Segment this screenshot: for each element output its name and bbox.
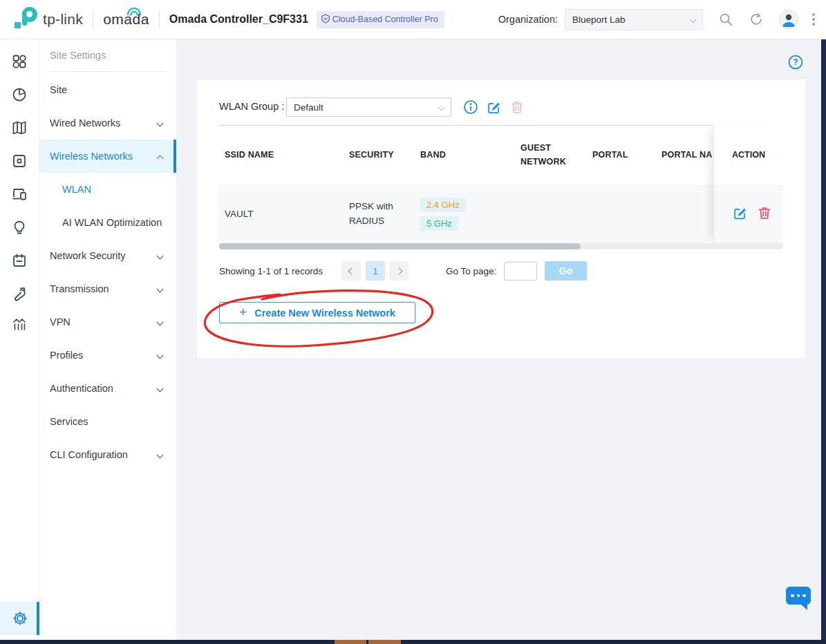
- column-header-guest-network: GUEST NETWORK: [520, 125, 570, 184]
- cell-ssid-name: VAULT: [225, 184, 254, 243]
- dashboard-icon[interactable]: [11, 53, 28, 73]
- wlan-group-select[interactable]: Default: [286, 97, 451, 117]
- brand-wordmark: tp-link: [43, 11, 83, 28]
- column-header-security: SECURITY: [349, 125, 394, 184]
- chevron-down-icon: [157, 352, 164, 359]
- devices-icon[interactable]: [11, 153, 28, 172]
- omada-logo: omada: [103, 11, 149, 28]
- go-button[interactable]: Go: [545, 261, 587, 281]
- sidebar-item-ai-wlan-optimization[interactable]: AI WLAN Optimization: [39, 206, 176, 239]
- bottom-bar-accent-2: [368, 640, 401, 644]
- tools-icon[interactable]: [11, 285, 28, 305]
- svg-text:?: ?: [793, 57, 798, 67]
- cell-band: 2.4 GHz 5 GHz: [420, 184, 466, 243]
- sidebar-divider: [50, 71, 166, 72]
- user-avatar[interactable]: [779, 10, 798, 29]
- reports-icon[interactable]: [11, 316, 28, 335]
- prev-page-button[interactable]: [341, 261, 361, 281]
- app-header: tp-link omada Omada Controller_C9F331 Cl…: [0, 0, 826, 39]
- wifi-arcs-icon: [125, 6, 143, 19]
- column-header-ssid-name: SSID NAME: [225, 125, 274, 184]
- sidebar-item-vpn[interactable]: VPN: [39, 305, 176, 339]
- sidebar-item-wlan[interactable]: WLAN: [39, 173, 176, 206]
- table-row[interactable]: [219, 184, 783, 243]
- sidebar-item-cli-configuration[interactable]: CLI Configuration: [39, 438, 176, 471]
- sidebar-item-site[interactable]: Site: [39, 73, 176, 106]
- goto-page-input[interactable]: [504, 262, 537, 281]
- active-indicator-bar: [173, 140, 176, 173]
- chevron-down-icon: [157, 452, 164, 459]
- license-badge-label: Cloud-Based Controller Pro: [332, 15, 438, 24]
- chevron-down-icon: [690, 16, 697, 23]
- header-divider: [93, 10, 93, 28]
- search-icon[interactable]: [718, 12, 733, 27]
- statistics-icon[interactable]: [11, 86, 28, 106]
- wlan-group-value: Default: [294, 102, 323, 113]
- bottom-bar: [0, 640, 826, 644]
- sidebar-item-wired-networks[interactable]: Wired Networks: [39, 106, 176, 140]
- gear-icon: [11, 609, 29, 627]
- next-page-button[interactable]: [389, 261, 409, 281]
- help-icon[interactable]: ?: [788, 55, 803, 70]
- row-delete-icon[interactable]: [757, 205, 772, 223]
- chevron-down-icon: [157, 386, 164, 392]
- create-button-label: Create New Wireless Network: [254, 307, 395, 319]
- chat-bubble-tail: [800, 603, 807, 610]
- chevron-down-icon: [157, 120, 164, 127]
- sidebar-section-title: Site Settings: [50, 50, 106, 61]
- chevron-down-icon: [157, 319, 164, 326]
- chevron-down-icon: [157, 253, 164, 260]
- wlan-group-edit-icon[interactable]: [486, 100, 501, 117]
- page-number-button[interactable]: 1: [366, 261, 385, 281]
- icon-rail: [0, 39, 39, 644]
- sidebar-item-transmission[interactable]: Transmission: [39, 272, 176, 305]
- sidebar-item-services[interactable]: Services: [39, 405, 176, 438]
- column-header-portal-name: PORTAL NA: [661, 125, 713, 184]
- header-divider: [159, 10, 160, 28]
- sidebar-item-network-security[interactable]: Network Security: [39, 239, 176, 272]
- clients-icon[interactable]: [11, 186, 28, 205]
- chevron-down-icon: [438, 104, 445, 111]
- chevron-up-icon: [157, 155, 164, 162]
- map-icon[interactable]: [11, 120, 28, 139]
- band-badge-5ghz: 5 GHz: [420, 216, 458, 231]
- scrollbar-thumb[interactable]: [219, 243, 581, 249]
- row-edit-icon[interactable]: [732, 205, 747, 223]
- settings-rail-item[interactable]: [0, 602, 39, 635]
- wlan-group-delete-icon-disabled: [509, 100, 525, 117]
- license-badge: Cloud-Based Controller Pro: [317, 11, 444, 28]
- chevron-left-icon: [348, 267, 355, 274]
- more-menu-icon[interactable]: [812, 13, 815, 26]
- goto-page-label: Go To page:: [446, 266, 496, 276]
- horizontal-scrollbar[interactable]: [219, 243, 783, 249]
- wlan-group-info-icon[interactable]: [463, 100, 478, 117]
- organization-select[interactable]: Blueport Lab: [565, 9, 703, 30]
- wlan-group-label: WLAN Group :: [219, 101, 284, 112]
- active-indicator-bar: [37, 602, 39, 635]
- settings-sidebar: Site Settings Site Wired Networks Wirele…: [39, 39, 176, 644]
- column-header-portal: PORTAL: [592, 125, 628, 184]
- cell-security: PPSK with RADIUS: [349, 184, 413, 243]
- shield-icon: [321, 14, 330, 26]
- organization-label: Organization:: [498, 14, 558, 25]
- sidebar-item-wireless-networks[interactable]: Wireless Networks: [39, 140, 176, 173]
- main-content: ? WLAN Group : Default SSID NAME SECUR: [176, 39, 821, 640]
- wlan-card: WLAN Group : Default SSID NAME SECURITY …: [197, 79, 805, 358]
- insight-icon[interactable]: [11, 219, 28, 238]
- refresh-icon[interactable]: [749, 12, 764, 27]
- chevron-right-icon: [395, 267, 402, 274]
- band-badge-2-4ghz: 2.4 GHz: [420, 198, 466, 212]
- column-header-band: BAND: [420, 125, 446, 184]
- create-new-wireless-network-button[interactable]: + Create New Wireless Network: [219, 302, 415, 323]
- chevron-down-icon: [157, 286, 164, 293]
- records-summary: Showing 1-1 of 1 records: [219, 266, 323, 276]
- plus-icon: +: [239, 305, 247, 319]
- sidebar-item-authentication[interactable]: Authentication: [39, 372, 176, 405]
- controller-title: Omada Controller_C9F331: [169, 13, 308, 26]
- column-header-action: ACTION: [714, 125, 783, 184]
- chat-support-icon[interactable]: [786, 587, 811, 605]
- sidebar-item-profiles[interactable]: Profiles: [39, 339, 176, 372]
- background-window-edge: [821, 39, 826, 644]
- log-icon[interactable]: [11, 252, 28, 272]
- tp-link-logo: [12, 5, 39, 34]
